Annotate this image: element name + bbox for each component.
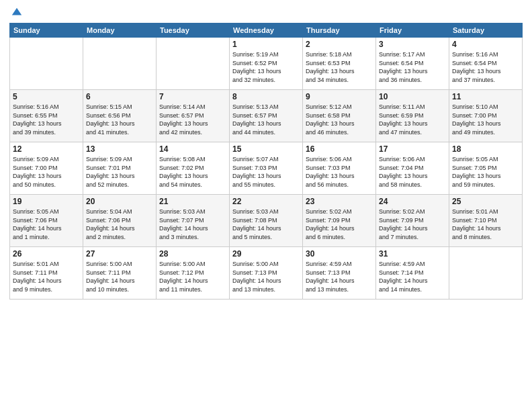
day-info: Sunrise: 5:02 AM Sunset: 7:09 PM Dayligh… bbox=[306, 208, 373, 241]
calendar-cell: 22Sunrise: 5:03 AM Sunset: 7:08 PM Dayli… bbox=[230, 195, 303, 247]
calendar-day-header: Monday bbox=[83, 24, 157, 38]
day-info: Sunrise: 5:07 AM Sunset: 7:03 PM Dayligh… bbox=[232, 155, 300, 189]
calendar-header-row: SundayMondayTuesdayWednesdayThursdayFrid… bbox=[10, 24, 523, 38]
calendar-cell: 6Sunrise: 5:15 AM Sunset: 6:56 PM Daylig… bbox=[83, 90, 157, 142]
day-number: 11 bbox=[452, 92, 519, 101]
day-number: 8 bbox=[232, 92, 300, 101]
day-number: 20 bbox=[86, 197, 153, 206]
calendar-cell: 23Sunrise: 5:02 AM Sunset: 7:09 PM Dayli… bbox=[303, 195, 376, 247]
calendar-day-header: Friday bbox=[376, 24, 449, 38]
header bbox=[9, 7, 523, 19]
day-info: Sunrise: 5:02 AM Sunset: 7:09 PM Dayligh… bbox=[379, 208, 446, 241]
day-number: 13 bbox=[86, 144, 153, 154]
day-number: 26 bbox=[13, 249, 80, 259]
calendar-cell: 1Sunrise: 5:19 AM Sunset: 6:52 PM Daylig… bbox=[230, 38, 303, 90]
day-info: Sunrise: 5:12 AM Sunset: 6:58 PM Dayligh… bbox=[306, 103, 373, 136]
day-info: Sunrise: 5:08 AM Sunset: 7:02 PM Dayligh… bbox=[159, 155, 226, 189]
day-info: Sunrise: 4:59 AM Sunset: 7:14 PM Dayligh… bbox=[379, 260, 446, 293]
day-number: 18 bbox=[452, 144, 519, 154]
day-info: Sunrise: 5:16 AM Sunset: 6:54 PM Dayligh… bbox=[452, 50, 519, 84]
calendar-cell bbox=[83, 38, 157, 90]
calendar-week-row: 19Sunrise: 5:05 AM Sunset: 7:06 PM Dayli… bbox=[10, 195, 523, 247]
calendar-cell: 29Sunrise: 5:00 AM Sunset: 7:13 PM Dayli… bbox=[230, 247, 303, 300]
day-number: 23 bbox=[306, 197, 373, 206]
calendar-week-row: 5Sunrise: 5:16 AM Sunset: 6:55 PM Daylig… bbox=[10, 90, 523, 142]
calendar-cell: 15Sunrise: 5:07 AM Sunset: 7:03 PM Dayli… bbox=[230, 142, 303, 195]
day-number: 14 bbox=[159, 144, 226, 154]
day-info: Sunrise: 5:06 AM Sunset: 7:03 PM Dayligh… bbox=[306, 155, 373, 189]
calendar-cell: 31Sunrise: 4:59 AM Sunset: 7:14 PM Dayli… bbox=[376, 247, 449, 300]
day-number: 12 bbox=[13, 144, 80, 154]
calendar-cell bbox=[157, 38, 230, 90]
day-info: Sunrise: 5:00 AM Sunset: 7:12 PM Dayligh… bbox=[159, 260, 226, 293]
day-number: 16 bbox=[306, 144, 373, 154]
day-info: Sunrise: 5:09 AM Sunset: 7:00 PM Dayligh… bbox=[13, 155, 80, 189]
calendar-cell bbox=[10, 38, 83, 90]
calendar-week-row: 26Sunrise: 5:01 AM Sunset: 7:11 PM Dayli… bbox=[10, 247, 523, 300]
day-number: 7 bbox=[159, 92, 226, 101]
day-info: Sunrise: 5:05 AM Sunset: 7:06 PM Dayligh… bbox=[13, 208, 80, 241]
calendar-cell: 26Sunrise: 5:01 AM Sunset: 7:11 PM Dayli… bbox=[10, 247, 83, 300]
calendar-week-row: 12Sunrise: 5:09 AM Sunset: 7:00 PM Dayli… bbox=[10, 142, 523, 195]
calendar-cell: 20Sunrise: 5:04 AM Sunset: 7:06 PM Dayli… bbox=[83, 195, 157, 247]
day-info: Sunrise: 5:00 AM Sunset: 7:13 PM Dayligh… bbox=[232, 260, 300, 293]
calendar-cell: 8Sunrise: 5:13 AM Sunset: 6:57 PM Daylig… bbox=[230, 90, 303, 142]
day-number: 21 bbox=[159, 197, 226, 206]
calendar-cell: 18Sunrise: 5:05 AM Sunset: 7:05 PM Dayli… bbox=[449, 142, 523, 195]
day-info: Sunrise: 5:06 AM Sunset: 7:04 PM Dayligh… bbox=[379, 155, 446, 189]
calendar-cell: 17Sunrise: 5:06 AM Sunset: 7:04 PM Dayli… bbox=[376, 142, 449, 195]
day-number: 29 bbox=[232, 249, 300, 259]
day-number: 1 bbox=[232, 40, 300, 49]
calendar-cell: 21Sunrise: 5:03 AM Sunset: 7:07 PM Dayli… bbox=[157, 195, 230, 247]
day-info: Sunrise: 5:01 AM Sunset: 7:11 PM Dayligh… bbox=[13, 260, 80, 293]
calendar-week-row: 1Sunrise: 5:19 AM Sunset: 6:52 PM Daylig… bbox=[10, 38, 523, 90]
calendar-cell: 13Sunrise: 5:09 AM Sunset: 7:01 PM Dayli… bbox=[83, 142, 157, 195]
day-number: 15 bbox=[232, 144, 300, 154]
day-number: 31 bbox=[379, 249, 446, 259]
calendar-cell bbox=[449, 247, 523, 300]
day-info: Sunrise: 5:16 AM Sunset: 6:55 PM Dayligh… bbox=[13, 103, 80, 136]
day-number: 25 bbox=[452, 197, 519, 206]
calendar-cell: 7Sunrise: 5:14 AM Sunset: 6:57 PM Daylig… bbox=[157, 90, 230, 142]
calendar-cell: 3Sunrise: 5:17 AM Sunset: 6:54 PM Daylig… bbox=[376, 38, 449, 90]
day-number: 30 bbox=[306, 249, 373, 259]
calendar-cell: 14Sunrise: 5:08 AM Sunset: 7:02 PM Dayli… bbox=[157, 142, 230, 195]
day-info: Sunrise: 4:59 AM Sunset: 7:13 PM Dayligh… bbox=[306, 260, 373, 293]
calendar-cell: 28Sunrise: 5:00 AM Sunset: 7:12 PM Dayli… bbox=[157, 247, 230, 300]
day-info: Sunrise: 5:14 AM Sunset: 6:57 PM Dayligh… bbox=[159, 103, 226, 136]
day-info: Sunrise: 5:05 AM Sunset: 7:05 PM Dayligh… bbox=[452, 155, 519, 189]
calendar-day-header: Thursday bbox=[303, 24, 376, 38]
day-number: 27 bbox=[86, 249, 153, 259]
calendar-cell: 25Sunrise: 5:01 AM Sunset: 7:10 PM Dayli… bbox=[449, 195, 523, 247]
day-info: Sunrise: 5:01 AM Sunset: 7:10 PM Dayligh… bbox=[452, 208, 519, 241]
day-number: 22 bbox=[232, 197, 300, 206]
logo-icon bbox=[11, 7, 23, 19]
calendar-cell: 2Sunrise: 5:18 AM Sunset: 6:53 PM Daylig… bbox=[303, 38, 376, 90]
calendar-cell: 10Sunrise: 5:11 AM Sunset: 6:59 PM Dayli… bbox=[376, 90, 449, 142]
calendar-cell: 12Sunrise: 5:09 AM Sunset: 7:00 PM Dayli… bbox=[10, 142, 83, 195]
calendar-day-header: Wednesday bbox=[230, 24, 303, 38]
day-info: Sunrise: 5:15 AM Sunset: 6:56 PM Dayligh… bbox=[86, 103, 153, 136]
day-info: Sunrise: 5:11 AM Sunset: 6:59 PM Dayligh… bbox=[379, 103, 446, 136]
day-info: Sunrise: 5:18 AM Sunset: 6:53 PM Dayligh… bbox=[306, 50, 373, 84]
page-container: SundayMondayTuesdayWednesdayThursdayFrid… bbox=[0, 0, 532, 411]
day-number: 28 bbox=[159, 249, 226, 259]
calendar-cell: 5Sunrise: 5:16 AM Sunset: 6:55 PM Daylig… bbox=[10, 90, 83, 142]
calendar-cell: 11Sunrise: 5:10 AM Sunset: 7:00 PM Dayli… bbox=[449, 90, 523, 142]
logo bbox=[9, 7, 23, 19]
day-number: 6 bbox=[86, 92, 153, 101]
day-info: Sunrise: 5:03 AM Sunset: 7:07 PM Dayligh… bbox=[159, 208, 226, 241]
day-info: Sunrise: 5:13 AM Sunset: 6:57 PM Dayligh… bbox=[232, 103, 300, 136]
calendar-day-header: Tuesday bbox=[157, 24, 230, 38]
calendar-cell: 9Sunrise: 5:12 AM Sunset: 6:58 PM Daylig… bbox=[303, 90, 376, 142]
day-info: Sunrise: 5:04 AM Sunset: 7:06 PM Dayligh… bbox=[86, 208, 153, 241]
calendar-cell: 4Sunrise: 5:16 AM Sunset: 6:54 PM Daylig… bbox=[449, 38, 523, 90]
day-number: 19 bbox=[13, 197, 80, 206]
calendar-cell: 30Sunrise: 4:59 AM Sunset: 7:13 PM Dayli… bbox=[303, 247, 376, 300]
calendar-day-header: Saturday bbox=[449, 24, 523, 38]
day-info: Sunrise: 5:00 AM Sunset: 7:11 PM Dayligh… bbox=[86, 260, 153, 293]
calendar-day-header: Sunday bbox=[10, 24, 83, 38]
calendar-cell: 27Sunrise: 5:00 AM Sunset: 7:11 PM Dayli… bbox=[83, 247, 157, 300]
calendar-cell: 16Sunrise: 5:06 AM Sunset: 7:03 PM Dayli… bbox=[303, 142, 376, 195]
day-number: 10 bbox=[379, 92, 446, 101]
